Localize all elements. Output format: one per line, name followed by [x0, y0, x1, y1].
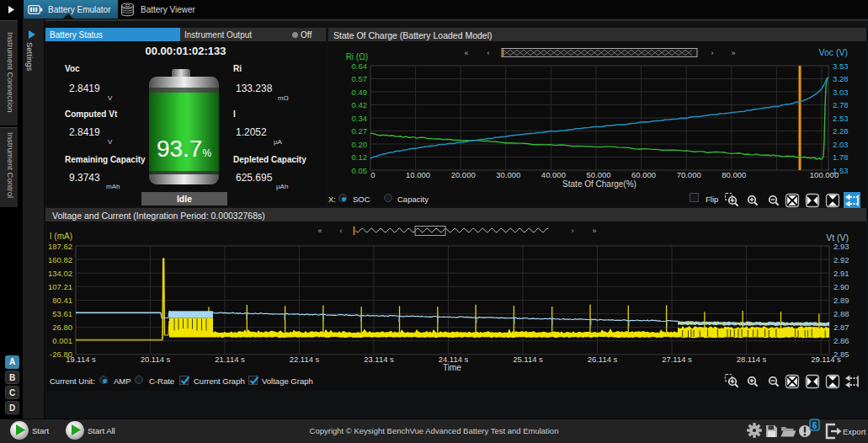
svg-text:2.86: 2.86	[833, 336, 849, 345]
svg-text:2.91: 2.91	[833, 269, 849, 278]
svg-text:25.114 s: 25.114 s	[513, 355, 543, 364]
svg-text:53.61: 53.61	[52, 309, 72, 318]
svg-text:134.02: 134.02	[48, 269, 72, 278]
svg-text:187.62: 187.62	[48, 242, 72, 251]
svg-text:Vt (V): Vt (V)	[826, 232, 849, 243]
svg-text:22.114 s: 22.114 s	[290, 355, 320, 364]
svg-text:26.80: 26.80	[52, 323, 72, 332]
svg-text:20.114 s: 20.114 s	[141, 355, 171, 364]
svg-text:›: ›	[572, 227, 574, 235]
svg-text:0.001: 0.001	[52, 336, 72, 345]
svg-text:I (mA): I (mA)	[50, 232, 72, 241]
svg-text:Time: Time	[443, 363, 461, 372]
svg-text:23.114 s: 23.114 s	[364, 355, 394, 364]
svg-text:80.41: 80.41	[52, 296, 72, 305]
svg-text:27.114 s: 27.114 s	[662, 355, 692, 364]
svg-text:»: »	[592, 227, 596, 235]
svg-text:2.92: 2.92	[833, 255, 849, 264]
svg-text:«: «	[317, 227, 322, 235]
svg-text:21.114 s: 21.114 s	[215, 355, 245, 364]
svg-text:2.93: 2.93	[833, 242, 849, 251]
svg-text:160.82: 160.82	[48, 255, 72, 264]
svg-text:19.114 s: 19.114 s	[66, 355, 96, 364]
svg-text:‹: ‹	[340, 227, 343, 235]
svg-text:2.90: 2.90	[833, 282, 849, 291]
svg-text:29.114 s: 29.114 s	[811, 355, 841, 364]
svg-text:2.87: 2.87	[833, 323, 849, 332]
svg-text:2.88: 2.88	[833, 309, 849, 318]
svg-text:26.114 s: 26.114 s	[588, 355, 618, 364]
svg-text:28.114 s: 28.114 s	[737, 355, 767, 364]
svg-text:2.89: 2.89	[833, 296, 849, 305]
svg-text:6: 6	[812, 421, 817, 430]
svg-text:107.21: 107.21	[48, 282, 72, 291]
